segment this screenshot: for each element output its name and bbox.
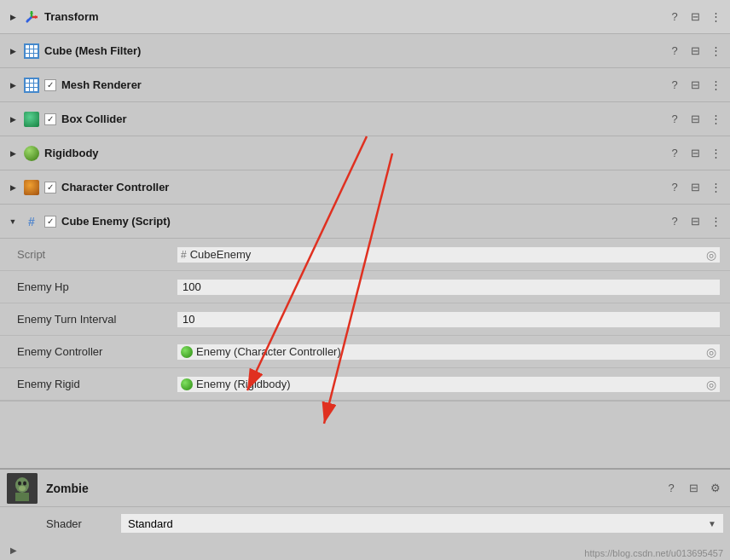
transform-icon: [24, 9, 39, 25]
enemy-turn-interval-row: Enemy Turn Interval 10: [0, 303, 730, 336]
mesh-filter-icon-shape: [24, 43, 39, 59]
svg-point-9: [23, 481, 26, 485]
script-ref-box[interactable]: # CubeEnemy ◎: [177, 247, 720, 263]
sliders-icon-zombie[interactable]: ⊟: [686, 481, 701, 496]
expand-arrow-char-controller[interactable]: [7, 182, 19, 193]
enemy-hp-label: Enemy Hp: [17, 280, 171, 293]
sliders-icon-mesh-filter[interactable]: ⊟: [687, 43, 703, 59]
script-target-icon[interactable]: ◎: [706, 248, 716, 262]
svg-point-11: [19, 486, 26, 491]
help-icon-rigidbody[interactable]: ?: [667, 146, 682, 161]
component-row-cube-enemy[interactable]: # ✓ Cube Enemy (Script) ? ⊟ ⋮: [0, 205, 730, 239]
svg-marker-4: [30, 11, 33, 14]
checkbox-char-controller[interactable]: ✓: [44, 182, 56, 193]
checkbox-mesh-renderer[interactable]: ✓: [44, 79, 56, 91]
sliders-icon-char-controller[interactable]: ⊟: [687, 180, 703, 195]
enemy-controller-value: Enemy (Character Controller): [196, 345, 341, 358]
enemy-rigid-value: Enemy (Rigidbody): [196, 378, 291, 390]
row-actions-box-collider: ? ⊟ ⋮: [667, 112, 723, 127]
shader-dropdown[interactable]: Standard ▼: [121, 514, 723, 533]
menu-icon-char-controller[interactable]: ⋮: [708, 180, 723, 195]
expand-arrow-mesh-renderer[interactable]: [7, 79, 19, 91]
component-name-mesh-filter: Cube (Mesh Filter): [44, 44, 662, 57]
enemy-hp-input[interactable]: 100: [177, 280, 720, 295]
row-actions-char-controller: ? ⊟ ⋮: [667, 180, 723, 195]
hash-icon: #: [24, 214, 39, 229]
script-field-row: Script # CubeEnemy ◎: [0, 239, 730, 271]
component-row-rigidbody[interactable]: Rigidbody ? ⊟ ⋮: [0, 136, 730, 170]
component-name-mesh-renderer: Mesh Renderer: [61, 78, 662, 91]
gear-icon-zombie[interactable]: ⚙: [708, 481, 723, 496]
shader-label: Shader: [46, 517, 114, 530]
component-row-mesh-filter[interactable]: Cube (Mesh Filter) ? ⊟ ⋮: [0, 34, 730, 68]
row-actions-rigidbody: ? ⊟ ⋮: [667, 146, 723, 161]
sliders-icon-mesh-renderer[interactable]: ⊟: [687, 78, 703, 93]
sliders-icon-rigidbody[interactable]: ⊟: [687, 146, 703, 161]
checkbox-cube-enemy[interactable]: ✓: [44, 216, 56, 228]
row-actions-cube-enemy: ? ⊟ ⋮: [667, 214, 723, 229]
enemy-controller-target-icon[interactable]: ◎: [706, 345, 716, 359]
enemy-rigid-sphere-icon: [181, 378, 193, 390]
component-name-transform: Transform: [44, 10, 662, 23]
expand-arrow-transform[interactable]: [7, 11, 19, 23]
checkbox-box-collider[interactable]: ✓: [44, 113, 56, 125]
play-button[interactable]: ▶: [7, 543, 20, 557]
component-row-mesh-renderer[interactable]: ✓ Mesh Renderer ? ⊟ ⋮: [0, 68, 730, 102]
rigidbody-icon-wrap: [24, 146, 39, 161]
shader-row: Shader Standard ▼: [0, 507, 730, 540]
help-icon-box-collider[interactable]: ?: [667, 112, 682, 127]
menu-icon-mesh-filter[interactable]: ⋮: [708, 43, 723, 59]
watermark: https://blog.csdn.net/u013695457: [584, 548, 723, 558]
rigidbody-icon-shape: [24, 146, 39, 161]
zombie-name: Zombie: [46, 482, 655, 495]
enemy-rigid-label: Enemy Rigid: [17, 378, 171, 390]
svg-rect-10: [15, 493, 29, 501]
component-row-box-collider[interactable]: ✓ Box Collider ? ⊟ ⋮: [0, 102, 730, 136]
component-row-char-controller[interactable]: ✓ Character Controller ? ⊟ ⋮: [0, 170, 730, 205]
zombie-thumbnail: [7, 473, 38, 504]
enemy-rigid-target-icon[interactable]: ◎: [706, 378, 716, 391]
svg-point-8: [18, 481, 21, 485]
mesh-renderer-icon-wrap: [24, 78, 39, 93]
shader-dropdown-arrow: ▼: [708, 519, 716, 528]
expand-arrow-box-collider[interactable]: [7, 113, 19, 125]
enemy-controller-ref[interactable]: Enemy (Character Controller) ◎: [177, 344, 720, 360]
shader-value: Standard: [128, 517, 173, 530]
row-actions-transform: ? ⊟ ⋮: [667, 9, 723, 25]
script-section: Script # CubeEnemy ◎ Enemy Hp 100 Enemy …: [0, 239, 730, 401]
expand-arrow-cube-enemy[interactable]: [7, 216, 19, 228]
enemy-rigid-row: Enemy Rigid Enemy (Rigidbody) ◎: [0, 368, 730, 401]
help-icon-char-controller[interactable]: ?: [667, 180, 682, 195]
enemy-hp-row: Enemy Hp 100: [0, 271, 730, 303]
menu-icon-cube-enemy[interactable]: ⋮: [708, 214, 723, 229]
sliders-icon-transform[interactable]: ⊟: [687, 9, 703, 25]
enemy-controller-sphere-icon: [181, 346, 193, 358]
script-label: Script: [17, 248, 171, 261]
help-icon-cube-enemy[interactable]: ?: [667, 214, 682, 229]
box-collider-icon-wrap: [24, 112, 39, 127]
enemy-turn-interval-input[interactable]: 10: [177, 312, 720, 327]
enemy-rigid-ref[interactable]: Enemy (Rigidbody) ◎: [177, 377, 720, 392]
svg-marker-3: [35, 15, 38, 19]
char-controller-icon-shape: [24, 180, 39, 195]
help-icon-mesh-filter[interactable]: ?: [667, 43, 682, 59]
sliders-icon-cube-enemy[interactable]: ⊟: [687, 214, 703, 229]
zombie-header: Zombie ? ⊟ ⚙: [0, 470, 730, 507]
enemy-turn-interval-label: Enemy Turn Interval: [17, 313, 171, 326]
menu-icon-box-collider[interactable]: ⋮: [708, 112, 723, 127]
component-row-transform[interactable]: Transform ? ⊟ ⋮: [0, 0, 730, 34]
expand-arrow-rigidbody[interactable]: [7, 147, 19, 159]
menu-icon-mesh-renderer[interactable]: ⋮: [708, 78, 723, 93]
component-name-rigidbody: Rigidbody: [44, 147, 662, 159]
menu-icon-transform[interactable]: ⋮: [708, 9, 723, 25]
mesh-filter-icon: [24, 43, 39, 59]
script-value: CubeEnemy: [190, 248, 252, 261]
enemy-controller-label: Enemy Controller: [17, 345, 171, 358]
menu-icon-rigidbody[interactable]: ⋮: [708, 146, 723, 161]
expand-arrow-mesh-filter[interactable]: [7, 45, 19, 57]
help-icon-zombie[interactable]: ?: [663, 481, 679, 496]
zombie-panel: Zombie ? ⊟ ⚙ Shader Standard ▼ ▶: [0, 468, 730, 560]
sliders-icon-box-collider[interactable]: ⊟: [687, 112, 703, 127]
help-icon-mesh-renderer[interactable]: ?: [667, 78, 682, 93]
help-icon-transform[interactable]: ?: [667, 9, 682, 25]
